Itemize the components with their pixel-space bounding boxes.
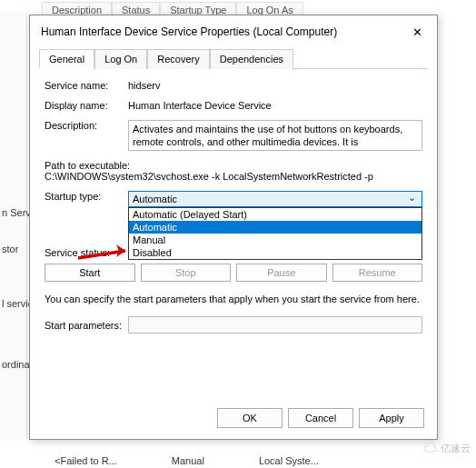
tab-body-general: Service name: hidserv Display name: Huma…: [30, 69, 437, 344]
bg-side-text: ordinat: [2, 359, 33, 370]
bg-cell: <Failed to R...: [55, 455, 117, 466]
label-startup-type: Startup type:: [45, 191, 128, 202]
label-service-status: Service status:: [45, 247, 128, 258]
option-automatic-delayed[interactable]: Automatic (Delayed Start): [129, 208, 421, 221]
bg-side-text: stor: [2, 244, 18, 254]
titlebar: Human Interface Device Service Propertie…: [30, 15, 437, 48]
resume-button[interactable]: Resume: [332, 264, 423, 282]
watermark-text: 亿速云: [441, 442, 471, 455]
startup-type-select[interactable]: Automatic: [128, 191, 422, 207]
tab-logon[interactable]: Log On: [94, 49, 147, 69]
dialog-title: Human Interface Device Service Propertie…: [41, 25, 337, 38]
start-params-input[interactable]: [128, 316, 422, 334]
value-display-name: Human Interface Device Service: [128, 100, 422, 111]
close-icon: ✕: [412, 25, 422, 39]
apply-button[interactable]: Apply: [359, 408, 424, 428]
properties-dialog: Human Interface Device Service Propertie…: [29, 15, 438, 440]
dialog-footer: OK Cancel Apply: [217, 408, 424, 428]
startup-type-dropdown: Automatic (Delayed Start) Automatic Manu…: [128, 207, 422, 260]
bg-cell: Local Syste...: [259, 455, 319, 466]
tab-recovery[interactable]: Recovery: [147, 49, 209, 69]
label-description: Description:: [45, 120, 128, 131]
value-service-name: hidserv: [128, 80, 422, 91]
bg-bottom-row: <Failed to R... Manual Local Syste...: [55, 455, 319, 466]
label-path: Path to executable:: [45, 160, 422, 171]
option-automatic[interactable]: Automatic: [129, 221, 421, 234]
option-manual[interactable]: Manual: [129, 234, 421, 246]
help-text: You can specify the start parameters tha…: [45, 293, 422, 305]
close-button[interactable]: ✕: [401, 21, 433, 43]
label-display-name: Display name:: [45, 100, 128, 111]
value-path: C:\WINDOWS\system32\svchost.exe -k Local…: [45, 171, 422, 182]
watermark: 亿速云: [422, 442, 471, 455]
start-button[interactable]: Start: [45, 264, 135, 282]
cancel-button[interactable]: Cancel: [288, 408, 353, 428]
bg-left-strip: [0, 13, 27, 440]
bg-cell: Manual: [172, 455, 204, 466]
cloud-icon: [422, 443, 439, 455]
label-service-name: Service name:: [45, 80, 128, 91]
option-disabled[interactable]: Disabled: [129, 246, 421, 259]
pause-button[interactable]: Pause: [236, 264, 327, 282]
ok-button[interactable]: OK: [217, 408, 283, 428]
label-start-params: Start parameters:: [45, 320, 128, 331]
stop-button[interactable]: Stop: [141, 264, 232, 282]
tabs: General Log On Recovery Dependencies: [39, 48, 428, 69]
tab-general[interactable]: General: [39, 49, 94, 69]
description-box[interactable]: Activates and maintains the use of hot b…: [128, 120, 422, 151]
tab-dependencies[interactable]: Dependencies: [210, 49, 293, 69]
